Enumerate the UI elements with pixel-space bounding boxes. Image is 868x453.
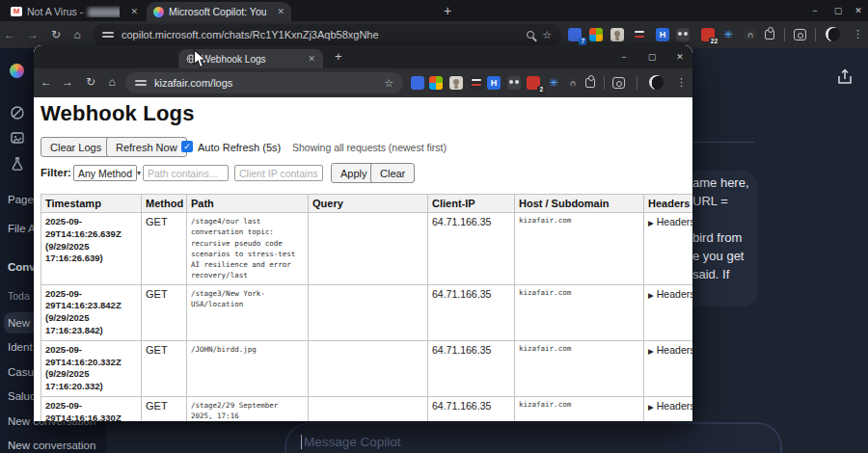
site-info-icon[interactable] <box>102 30 114 40</box>
adblock-extension-icon[interactable]: 7 <box>568 28 582 41</box>
gallery-icon[interactable] <box>10 130 25 146</box>
home-icon[interactable]: ⌂ <box>68 26 86 43</box>
sidebar-item-chat[interactable]: Ident <box>8 341 33 353</box>
person-extension-icon[interactable] <box>610 28 624 41</box>
bookmark-star-icon[interactable]: ☆ <box>384 77 393 90</box>
query-cell <box>309 397 428 422</box>
reload-icon[interactable]: ↻ <box>47 26 65 43</box>
close-button[interactable]: ✕ <box>849 0 868 21</box>
browser-menu-icon[interactable]: ⋮ <box>676 76 687 89</box>
close-icon[interactable]: ✕ <box>308 54 315 64</box>
extension-badge: 22 <box>709 38 719 46</box>
status-text: Showing all requests (newest first) <box>292 142 447 153</box>
host-cell: kizafair.com <box>515 213 644 285</box>
timestamp-cell: 2025-09-29T14:16:23.842Z (9/29/2025 17:1… <box>41 284 142 340</box>
snowflake-extension-icon[interactable]: ✳ <box>547 76 560 90</box>
sidebar-item-chat[interactable]: Saluc <box>8 390 36 402</box>
copilot-composer[interactable]: Message Copilot <box>285 422 782 453</box>
inner-toolbar: ← → ↻ ⌂ kizafair.com/logs ☆ H 2 ✳ ∩ ⋮ <box>34 68 692 97</box>
browser-menu-icon[interactable]: ⋮ <box>853 28 863 40</box>
extensions-puzzle-icon[interactable] <box>765 30 774 40</box>
tab-search-icon[interactable] <box>794 29 806 40</box>
disclosure-triangle-icon: ▶ <box>648 291 654 300</box>
home-icon[interactable]: ⌂ <box>103 73 121 91</box>
copilot-logo <box>10 64 24 78</box>
forward-icon[interactable]: → <box>24 26 41 43</box>
profile-avatar[interactable] <box>826 27 840 41</box>
maximize-button[interactable]: ▢ <box>639 45 665 68</box>
url-text: copilot.microsoft.com/chats/Rc1Y1KxnZj3A… <box>122 29 379 40</box>
dark-extension-icon[interactable] <box>470 76 483 90</box>
address-bar[interactable]: kizafair.com/logs ☆ <box>125 72 403 93</box>
profile-avatar[interactable] <box>649 75 664 90</box>
clear-button[interactable]: Clear <box>370 163 415 183</box>
headers-toggle[interactable]: ▶Headers <box>644 284 693 340</box>
cart-extension-icon[interactable]: 22 <box>701 28 715 41</box>
sidebar-item-files[interactable]: File A <box>8 223 36 234</box>
client-ip-cell: 64.71.166.35 <box>428 284 515 340</box>
url-text: kizafair.com/logs <box>154 77 232 89</box>
minimize-button[interactable]: − <box>611 45 637 68</box>
toolbar-divider <box>815 28 816 41</box>
back-icon[interactable]: ← <box>38 73 55 91</box>
forward-icon[interactable]: → <box>59 73 76 91</box>
ip-filter-input[interactable] <box>234 165 323 181</box>
path-filter-input[interactable] <box>143 165 229 181</box>
new-tab-button[interactable]: + <box>335 49 342 64</box>
browser-tab-copilot[interactable]: Microsoft Copilot: Your AI com ✕ <box>147 2 291 21</box>
path-cell: /JOHN/birdd.jpg <box>187 340 309 396</box>
auto-refresh-checkbox[interactable]: ✓ <box>181 141 193 152</box>
microsoft-extension-icon[interactable] <box>589 28 603 41</box>
h-extension-icon[interactable]: H <box>656 28 669 41</box>
disclosure-triangle-icon: ▶ <box>648 347 654 356</box>
h-extension-icon[interactable]: H <box>487 76 501 90</box>
arc-extension-icon[interactable]: ∩ <box>566 76 580 90</box>
sidebar-item-chat[interactable]: New conversation <box>8 440 95 451</box>
headers-toggle[interactable]: ▶Headers <box>644 340 693 396</box>
method-cell: GET <box>142 340 187 396</box>
method-cell: GET <box>142 284 187 340</box>
goggles-extension-icon[interactable] <box>507 76 521 90</box>
bookmark-star-icon[interactable]: ☆ <box>542 29 552 41</box>
browser-tab-gmail[interactable]: M Not A Virus - @gmail ✕ <box>4 2 145 21</box>
site-info-icon[interactable] <box>135 78 147 88</box>
new-tab-button[interactable]: + <box>444 4 451 17</box>
host-cell: kizafair.com <box>515 397 644 422</box>
close-button[interactable]: ✕ <box>667 45 692 68</box>
zoom-icon[interactable] <box>527 31 534 39</box>
toolbar-divider <box>784 28 785 41</box>
cart-extension-icon[interactable]: 2 <box>527 76 540 90</box>
snowflake-extension-icon[interactable]: ✳ <box>721 28 735 41</box>
headers-toggle[interactable]: ▶Headers <box>644 213 693 285</box>
back-icon[interactable]: ← <box>1 26 18 43</box>
maximize-button[interactable]: ▢ <box>827 0 850 21</box>
close-icon[interactable]: ✕ <box>277 7 285 16</box>
headers-toggle[interactable]: ▶Headers <box>644 397 693 422</box>
address-bar[interactable]: copilot.microsoft.com/chats/Rc1Y1KxnZj3A… <box>93 24 561 45</box>
webhook-logs-page: Webhook Logs Clear Logs Refresh Now ✓ Au… <box>34 97 692 421</box>
arc-extension-icon[interactable]: ∩ <box>744 28 757 41</box>
column-header: Client-IP <box>428 195 515 213</box>
discover-icon[interactable] <box>10 105 25 120</box>
extension-badge: 7 <box>579 38 586 46</box>
labs-flask-icon[interactable] <box>10 156 25 172</box>
refresh-now-button[interactable]: Refresh Now <box>106 137 187 157</box>
sidebar-item-active-chat[interactable]: New <box>8 317 30 329</box>
clear-logs-button[interactable]: Clear Logs <box>41 137 111 157</box>
minimize-button[interactable]: − <box>803 0 827 21</box>
dark-extension-icon[interactable] <box>633 28 646 41</box>
tab-search-icon[interactable] <box>612 77 625 89</box>
microsoft-extension-icon[interactable] <box>429 76 443 90</box>
extensions-puzzle-icon[interactable] <box>585 78 595 88</box>
reload-icon[interactable]: ↻ <box>82 73 99 91</box>
close-icon[interactable]: ✕ <box>130 7 138 16</box>
sidebar-item-pages[interactable]: Page <box>8 194 34 205</box>
share-icon[interactable] <box>835 67 854 87</box>
redacted-text <box>88 8 120 17</box>
adblock-extension-icon[interactable] <box>411 76 424 90</box>
method-filter-select[interactable]: Any Method ▾ <box>73 165 137 181</box>
person-extension-icon[interactable] <box>449 76 463 90</box>
goggles-extension-icon[interactable] <box>676 28 690 41</box>
table-row: 2025-09-29T14:16:23.842Z (9/29/2025 17:1… <box>41 284 693 340</box>
outer-toolbar: ← → ↻ ⌂ copilot.microsoft.com/chats/Rc1Y… <box>0 21 868 48</box>
